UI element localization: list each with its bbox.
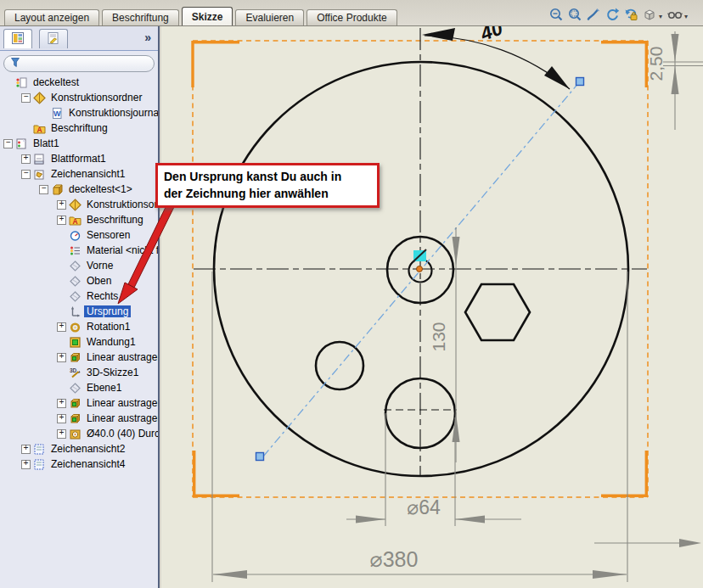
- thickness-dimension-text[interactable]: 2,50: [646, 47, 666, 81]
- tree-item-label: Material <nicht fe: [84, 244, 160, 256]
- tree-item-rechts[interactable]: Rechts: [0, 288, 158, 304]
- drawing-canvas[interactable]: 40°: [161, 26, 703, 588]
- tree-item-label: Wandung1: [84, 336, 138, 348]
- tree-item-linear-austragen4[interactable]: +Linear austragen4: [0, 411, 158, 426]
- tree-item-deckeltest[interactable]: deckeltest: [0, 75, 158, 90]
- tree-item-blattformat1[interactable]: +Blattformat1: [0, 151, 158, 166]
- tree-item-beschriftung[interactable]: ABeschriftung: [0, 120, 158, 136]
- tree-item-label: Rotation1: [84, 321, 132, 333]
- drawview2-icon: [33, 443, 46, 456]
- tree-item-label: Zeichenansicht2: [48, 443, 127, 455]
- hide-show-items-dropdown-caret[interactable]: ▾: [684, 13, 688, 20]
- tree-filter-input[interactable]: [3, 55, 155, 72]
- sheetformat-icon: [33, 153, 46, 165]
- tree-expand-box[interactable]: +: [21, 445, 31, 454]
- tree-item-wandung1[interactable]: Wandung1: [0, 334, 158, 350]
- tree-item-deckeltest-1[interactable]: −deckeltest<1>: [0, 182, 158, 197]
- plane-icon: [69, 290, 82, 303]
- panel-expand-chevron[interactable]: »: [144, 31, 151, 44]
- angle-dimension-text[interactable]: 40°: [476, 26, 513, 45]
- tree-item-oben[interactable]: Oben: [0, 273, 158, 288]
- tree-item-ebene1[interactable]: Ebene1: [0, 380, 158, 395]
- tree-item-label: Ø40.0 (40) Durch: [84, 428, 160, 440]
- tree-item-40-0-40-durch[interactable]: +Ø40.0 (40) Durch: [0, 426, 158, 441]
- ribbon-tab-skizze[interactable]: Skizze: [182, 7, 233, 25]
- panel-tabs: »: [0, 26, 158, 51]
- featuremanager-tab[interactable]: [3, 29, 32, 48]
- tree-item-label: Linear austragen1: [84, 351, 160, 363]
- tree-item-zeichenansicht1[interactable]: −Zeichenansicht1: [0, 166, 158, 182]
- tree-item-label: Konstruktionsjournal.doc (: [66, 107, 160, 119]
- rotate-view-icon[interactable]: [623, 7, 638, 22]
- tree-expand-box[interactable]: +: [57, 322, 66, 332]
- tree-item-label: Blattformat1: [48, 153, 109, 165]
- outer-diameter-text[interactable]: ⌀380: [370, 547, 419, 571]
- callout-line-2: der Zeichnung hier anwählen: [164, 185, 371, 202]
- propertymanager-icon: [47, 33, 60, 48]
- assembly-icon: [15, 76, 28, 89]
- tree-item-zeichenansicht2[interactable]: +Zeichenansicht2: [0, 441, 158, 456]
- propertymanager-tab[interactable]: [39, 29, 68, 48]
- tree-item-zeichenansicht4[interactable]: +Zeichenansicht4: [0, 456, 158, 472]
- sketch3d-icon: 3D: [69, 367, 82, 379]
- pan-pen-icon[interactable]: [586, 7, 601, 22]
- tree-item-linear-austragen2[interactable]: +Linear austragen2: [0, 395, 158, 411]
- tree-item-konstruktionsordner[interactable]: −Konstruktionsordner: [0, 90, 158, 105]
- tree-item-linear-austragen1[interactable]: +Linear austragen1: [0, 350, 158, 365]
- tree-item-konstruktionsjournal-doc[interactable]: WKonstruktionsjournal.doc (: [0, 105, 158, 120]
- ribbon-tab-evaluieren[interactable]: Evaluieren: [235, 9, 304, 25]
- tree-item-blatt1[interactable]: −Blatt1: [0, 136, 158, 151]
- plane-icon: [69, 275, 82, 288]
- tree-expand-box[interactable]: +: [57, 414, 66, 423]
- endpoint-handle-lower[interactable]: [256, 453, 264, 461]
- vertical-dimension-text[interactable]: 130: [429, 322, 448, 351]
- svg-text:A: A: [72, 217, 77, 226]
- tree-expand-box[interactable]: +: [57, 353, 66, 362]
- tree-item-label: Ursprung: [84, 305, 131, 317]
- zoom-area-icon[interactable]: [567, 7, 582, 22]
- ribbon-tab-beschriftung[interactable]: Beschriftung: [102, 9, 179, 25]
- tree-expand-box[interactable]: +: [57, 399, 66, 408]
- sheet-icon: [15, 137, 28, 150]
- extrude-icon: [69, 351, 82, 364]
- tree-expand-box[interactable]: +: [57, 429, 66, 439]
- left-small-circle[interactable]: [316, 342, 363, 389]
- tree-item-beschriftung[interactable]: +ABeschriftung: [0, 212, 158, 227]
- zoom-out-icon[interactable]: [548, 7, 564, 22]
- part-icon: [51, 183, 64, 196]
- tree-collapse-box[interactable]: −: [21, 93, 31, 103]
- feature-tree-panel: » deckeltest−KonstruktionsordnerWKonstru…: [0, 26, 160, 588]
- tree-item-material-nicht-fe[interactable]: Material <nicht fe: [0, 243, 158, 258]
- tree-expand-box[interactable]: +: [57, 200, 66, 210]
- hexagon[interactable]: [465, 284, 530, 340]
- display-style-dropdown-caret[interactable]: ▾: [659, 13, 662, 20]
- tree-item-vorne[interactable]: Vorne: [0, 258, 158, 273]
- tree-item-3d-skizze1[interactable]: 3D3D-Skizze1: [0, 365, 158, 380]
- dimension-angle[interactable]: 40°: [422, 26, 570, 89]
- tree-expand-box[interactable]: +: [57, 216, 66, 225]
- tree-item-rotation1[interactable]: +Rotation1: [0, 319, 158, 334]
- endpoint-handle-upper[interactable]: [576, 78, 584, 86]
- tree-expand-box[interactable]: +: [21, 460, 31, 469]
- tree-collapse-box[interactable]: −: [21, 170, 31, 179]
- tree-item-label: deckeltest: [31, 76, 82, 88]
- tree-item-label: Linear austragen2: [84, 397, 160, 409]
- tree-item-label: deckeltest<1>: [66, 183, 135, 195]
- hide-show-items-icon[interactable]: [667, 7, 683, 22]
- tree-item-label: Beschriftung: [48, 122, 110, 134]
- gray-dimensions: [212, 31, 703, 582]
- tree-item-ursprung[interactable]: Ursprung: [0, 304, 158, 319]
- display-style-icon[interactable]: [642, 7, 657, 22]
- tree-item-sensoren[interactable]: Sensoren: [0, 227, 158, 243]
- tree-expand-box[interactable]: +: [21, 154, 31, 164]
- tree-collapse-box[interactable]: −: [39, 185, 48, 194]
- shell-icon: [69, 336, 82, 349]
- drawview-icon: [33, 168, 46, 181]
- hole-diameter-text[interactable]: ⌀64: [407, 496, 441, 518]
- ribbon-tab-layout-anzeigen[interactable]: Layout anzeigen: [4, 9, 99, 25]
- rebuild-icon[interactable]: [605, 7, 620, 22]
- tree-item-label: Linear austragen4: [84, 412, 160, 424]
- tree-collapse-box[interactable]: −: [3, 139, 13, 148]
- ribbon-tab-office-produkte[interactable]: Office Produkte: [307, 9, 397, 25]
- tree-item-konstruktionsord[interactable]: +Konstruktionsord: [0, 197, 158, 212]
